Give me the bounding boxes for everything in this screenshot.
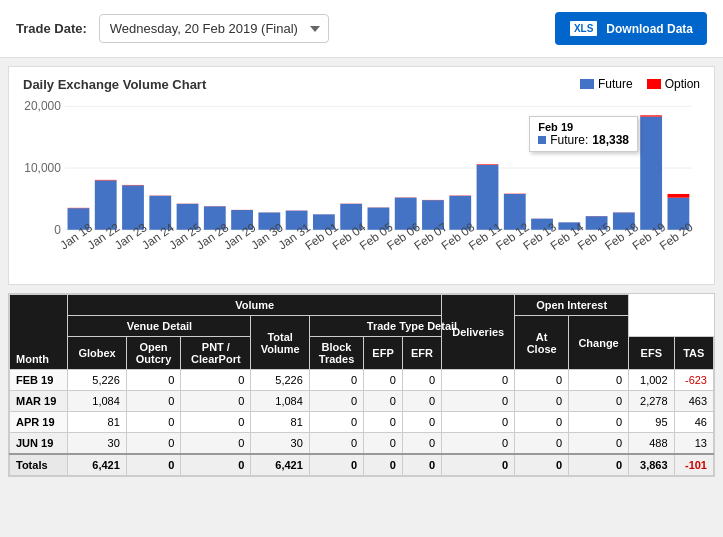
cell-open-outcry: 0 [126,391,180,412]
cell-efp: 0 [364,412,403,433]
svg-rect-52 [477,164,499,165]
data-table-section: Month Volume Deliveries Open Interest Ve… [8,293,715,477]
cell-month: APR 19 [10,412,68,433]
cell-totals-month: Totals [10,454,68,476]
col-globex: Globex [68,337,126,370]
col-block-trades: Block Trades [309,337,363,370]
col-efr: EFR [402,337,441,370]
col-efp: EFP [364,337,403,370]
cell-change: -623 [674,370,713,391]
col-efs: EFS [629,337,675,370]
cell-change: 46 [674,412,713,433]
cell-efs: 0 [442,433,515,455]
cell-efr: 0 [402,412,441,433]
chart-title: Daily Exchange Volume Chart [23,77,206,92]
legend-option-box [647,79,661,89]
legend-option-label: Option [665,77,700,91]
cell-efs: 0 [442,370,515,391]
cell-deliveries: 0 [569,391,629,412]
svg-rect-73 [667,194,689,198]
table-row: FEB 19 5,226 0 0 5,226 0 0 0 0 0 0 1,002… [10,370,714,391]
cell-efp: 0 [364,433,403,455]
cell-deliveries: 0 [569,370,629,391]
table-row: MAR 19 1,084 0 0 1,084 0 0 0 0 0 0 2,278… [10,391,714,412]
svg-text:10,000: 10,000 [24,161,61,175]
cell-at-close: 95 [629,412,675,433]
cell-pnt-clearport: 0 [181,370,251,391]
cell-open-outcry: 0 [126,433,180,455]
table-row: APR 19 81 0 0 81 0 0 0 0 0 0 95 46 [10,412,714,433]
header: Trade Date: Wednesday, 20 Feb 2019 (Fina… [0,0,723,58]
trade-date-label: Trade Date: [16,21,87,36]
xls-badge: XLS [569,20,598,37]
col-month: Month [10,295,68,370]
svg-text:0: 0 [54,223,61,237]
cell-efr: 0 [402,433,441,455]
cell-totals-block-trades: 0 [309,454,363,476]
chart-container: Daily Exchange Volume Chart Future Optio… [8,66,715,285]
header-row-1: Month Volume Deliveries Open Interest [10,295,714,316]
data-table: Month Volume Deliveries Open Interest Ve… [9,294,714,476]
chart-area: 010,00020,000Jan 18Jan 22Jan 23Jan 24Jan… [23,98,700,278]
cell-totals-total-volume: 6,421 [251,454,309,476]
cell-month: JUN 19 [10,433,68,455]
cell-total-volume: 1,084 [251,391,309,412]
cell-efp: 0 [364,370,403,391]
totals-row: Totals 6,421 0 0 6,421 0 0 0 0 0 0 3,863… [10,454,714,476]
col-open-outcry: Open Outcry [126,337,180,370]
legend-future-box [580,79,594,89]
cell-total-volume: 30 [251,433,309,455]
trade-date-select[interactable]: Wednesday, 20 Feb 2019 (Final) [99,14,329,43]
col-change: Change [569,316,629,370]
cell-totals-efr: 0 [402,454,441,476]
col-venue-detail: Venue Detail [68,316,251,337]
col-total-volume: Total Volume [251,316,309,370]
cell-totals-open-outcry: 0 [126,454,180,476]
cell-deliveries: 0 [569,433,629,455]
cell-pnt-clearport: 0 [181,433,251,455]
cell-tas: 0 [515,433,569,455]
cell-deliveries: 0 [569,412,629,433]
cell-totals-efs: 0 [442,454,515,476]
download-button[interactable]: XLS Download Data [555,12,707,45]
col-volume-group: Volume [68,295,442,316]
cell-totals-at-close: 3,863 [629,454,675,476]
svg-rect-70 [640,115,662,116]
cell-totals-change: -101 [674,454,713,476]
cell-month: MAR 19 [10,391,68,412]
cell-total-volume: 81 [251,412,309,433]
cell-at-close: 1,002 [629,370,675,391]
cell-totals-pnt-clearport: 0 [181,454,251,476]
col-tas: TAS [674,337,713,370]
svg-rect-69 [640,117,662,230]
cell-totals-deliveries: 0 [569,454,629,476]
cell-block-trades: 0 [309,433,363,455]
cell-block-trades: 0 [309,391,363,412]
cell-totals-tas: 0 [515,454,569,476]
cell-totals-efp: 0 [364,454,403,476]
cell-change: 463 [674,391,713,412]
table-body: FEB 19 5,226 0 0 5,226 0 0 0 0 0 0 1,002… [10,370,714,476]
cell-pnt-clearport: 0 [181,391,251,412]
cell-efs: 0 [442,412,515,433]
col-deliveries: Deliveries [442,295,515,370]
col-open-interest-group: Open Interest [515,295,629,316]
cell-change: 13 [674,433,713,455]
svg-text:20,000: 20,000 [24,99,61,113]
cell-total-volume: 5,226 [251,370,309,391]
cell-at-close: 488 [629,433,675,455]
legend-future-label: Future [598,77,633,91]
cell-tas: 0 [515,412,569,433]
cell-block-trades: 0 [309,412,363,433]
cell-globex: 5,226 [68,370,126,391]
cell-globex: 81 [68,412,126,433]
chart-legend: Future Option [580,77,700,91]
cell-month: FEB 19 [10,370,68,391]
cell-tas: 0 [515,370,569,391]
cell-at-close: 2,278 [629,391,675,412]
cell-efr: 0 [402,370,441,391]
header-row-2: Venue Detail Total Volume Trade Type Det… [10,316,714,337]
cell-tas: 0 [515,391,569,412]
cell-efs: 0 [442,391,515,412]
cell-efp: 0 [364,391,403,412]
